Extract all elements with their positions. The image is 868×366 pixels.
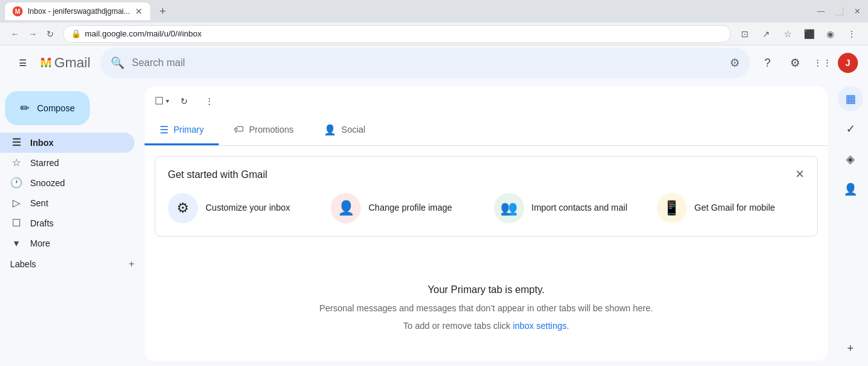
tab-social[interactable]: 👤 Social: [309, 116, 380, 145]
add-label-button[interactable]: +: [129, 258, 135, 270]
tab-close-icon[interactable]: ✕: [135, 6, 143, 16]
sidebar-item-starred-label: Starred: [30, 158, 124, 168]
get-mobile-icon-circle: 📱: [657, 193, 687, 223]
address-bar-row: ← → ↻ 🔒 mail.google.com/mail/u/0/#inbox …: [0, 23, 868, 45]
more-chevron-icon: ▾: [10, 237, 23, 249]
share-icon[interactable]: ↗: [757, 25, 775, 43]
change-profile-icon-circle: 👤: [331, 193, 361, 223]
import-contacts-icon: 👥: [500, 200, 517, 216]
sidebar-item-snoozed[interactable]: 🕐 Snoozed: [0, 173, 135, 193]
hamburger-icon: ☰: [19, 58, 27, 68]
topbar: ☰ M Gmail 🔍 ⚙ ? ⚙ ⋮⋮ J: [0, 45, 868, 81]
gmail-text-logo: Gmail: [54, 55, 90, 71]
more-options-button[interactable]: ⋮: [199, 91, 219, 111]
main-layout: ✏ Compose ☰ Inbox ☆ Starred 🕐 Snoozed ▷ …: [0, 81, 868, 366]
compose-pencil-icon: ✏: [20, 101, 30, 115]
browser-toolbar-icons: ⊡ ↗ ☆ ⬛ ◉ ⋮: [736, 25, 860, 43]
add-sidebar-icon: +: [847, 342, 854, 355]
cast-icon[interactable]: ⊡: [736, 25, 754, 43]
select-dropdown-icon[interactable]: ▾: [166, 97, 169, 104]
search-filter-icon[interactable]: ⚙: [730, 56, 740, 70]
getting-started-items: ⚙ Customize your inbox 👤 Change profile …: [168, 193, 805, 223]
right-sidebar-calendar-button[interactable]: ▦: [838, 86, 863, 111]
sidebar-item-snoozed-label: Snoozed: [30, 178, 124, 188]
labels-section: Labels +: [0, 253, 145, 275]
browser-menu-icon[interactable]: ⋮: [843, 25, 860, 43]
search-box[interactable]: 🔍 ⚙: [101, 48, 750, 78]
new-tab-button[interactable]: +: [154, 3, 172, 20]
more-options-icon: ⋮: [205, 96, 214, 106]
gmail-logo: M Gmail: [40, 55, 91, 71]
reload-button[interactable]: ↻: [43, 26, 58, 42]
sidebar-item-more[interactable]: ▾ More: [0, 233, 135, 253]
empty-state: Your Primary tab is empty. Personal mess…: [145, 247, 828, 341]
sidebar-item-inbox[interactable]: ☰ Inbox: [0, 133, 135, 153]
sidebar: ✏ Compose ☰ Inbox ☆ Starred 🕐 Snoozed ▷ …: [0, 81, 145, 366]
address-bar[interactable]: 🔒 mail.google.com/mail/u/0/#inbox: [63, 25, 731, 43]
sidebar-item-drafts-label: Drafts: [30, 218, 124, 228]
gs-customize-inbox[interactable]: ⚙ Customize your inbox: [168, 193, 316, 223]
forward-button[interactable]: →: [25, 26, 40, 42]
inbox-settings-link[interactable]: inbox settings: [513, 321, 567, 331]
apps-button[interactable]: ⋮⋮: [810, 50, 835, 75]
hamburger-menu-button[interactable]: ☰: [10, 50, 35, 75]
sidebar-item-inbox-label: Inbox: [30, 138, 124, 148]
avatar[interactable]: J: [838, 53, 858, 73]
minimize-button[interactable]: —: [815, 4, 827, 18]
close-get-started-button[interactable]: ✕: [789, 164, 810, 184]
select-checkbox-area[interactable]: ☐ ▾: [155, 95, 169, 107]
starred-icon: ☆: [10, 157, 23, 169]
gmail-m-logo: M: [40, 55, 52, 71]
profile-icon[interactable]: ◉: [821, 25, 839, 43]
maximize-button[interactable]: ⬜: [832, 4, 847, 18]
customize-inbox-icon: ⚙: [177, 200, 189, 216]
promotions-tab-label: Promotions: [249, 125, 294, 135]
browser-tab[interactable]: M Inbox - jeniferswagathdjgmai... ✕: [5, 3, 150, 20]
gs-change-profile[interactable]: 👤 Change profile image: [331, 193, 478, 223]
browser-controls: ← → ↻: [8, 26, 58, 42]
contacts-icon: 👤: [843, 182, 857, 196]
search-input[interactable]: [132, 57, 722, 69]
calendar-icon: ▦: [845, 92, 856, 106]
sidebar-item-starred[interactable]: ☆ Starred: [0, 153, 135, 173]
tab-promotions[interactable]: 🏷 Promotions: [219, 116, 309, 145]
inbox-tabs: ☰ Primary 🏷 Promotions 👤 Social: [145, 116, 828, 146]
customize-inbox-icon-circle: ⚙: [168, 193, 198, 223]
get-mobile-label: Get Gmail for mobile: [695, 202, 775, 214]
right-sidebar-tasks-button[interactable]: ✓: [838, 116, 863, 141]
select-all-checkbox[interactable]: ☐: [155, 95, 163, 107]
bookmark-icon[interactable]: ☆: [779, 25, 796, 43]
get-mobile-icon: 📱: [663, 200, 680, 216]
lock-icon: 🔒: [71, 29, 81, 38]
right-sidebar: ▦ ✓ ◈ 👤 +: [833, 81, 868, 366]
compose-label: Compose: [37, 103, 75, 113]
gs-get-mobile[interactable]: 📱 Get Gmail for mobile: [657, 193, 805, 223]
gs-import-contacts[interactable]: 👥 Import contacts and mail: [494, 193, 642, 223]
browser-chrome: M Inbox - jeniferswagathdjgmai... ✕ + — …: [0, 0, 868, 23]
right-sidebar-keep-button[interactable]: ◈: [838, 147, 863, 172]
url-text: mail.google.com/mail/u/0/#inbox: [85, 29, 723, 38]
sidebar-item-sent-label: Sent: [30, 198, 124, 208]
close-button[interactable]: ✕: [852, 4, 863, 18]
extension-icon[interactable]: ⬛: [800, 25, 818, 43]
settings-button[interactable]: ⚙: [783, 50, 808, 75]
help-button[interactable]: ?: [755, 50, 780, 75]
tab-primary[interactable]: ☰ Primary: [145, 116, 219, 145]
right-sidebar-contacts-button[interactable]: 👤: [838, 177, 863, 202]
sidebar-item-drafts[interactable]: ☐ Drafts: [0, 213, 135, 233]
tasks-icon: ✓: [846, 122, 855, 136]
back-button[interactable]: ←: [8, 26, 23, 42]
settings-icon: ⚙: [790, 56, 800, 70]
sidebar-item-sent[interactable]: ▷ Sent: [0, 193, 135, 213]
change-profile-label: Change profile image: [368, 202, 452, 214]
change-profile-icon: 👤: [338, 200, 354, 216]
right-sidebar-add-button[interactable]: +: [838, 336, 863, 361]
empty-link-text: To add or remove tabs click inbox settin…: [404, 321, 569, 331]
sidebar-item-more-label: More: [30, 238, 124, 248]
window-controls: — ⬜ ✕: [815, 4, 863, 18]
refresh-button[interactable]: ↻: [174, 91, 194, 111]
compose-button[interactable]: ✏ Compose: [5, 91, 90, 125]
empty-link-suffix: .: [567, 321, 569, 331]
social-tab-icon: 👤: [324, 124, 336, 136]
empty-primary-text: Your Primary tab is empty.: [428, 284, 545, 296]
